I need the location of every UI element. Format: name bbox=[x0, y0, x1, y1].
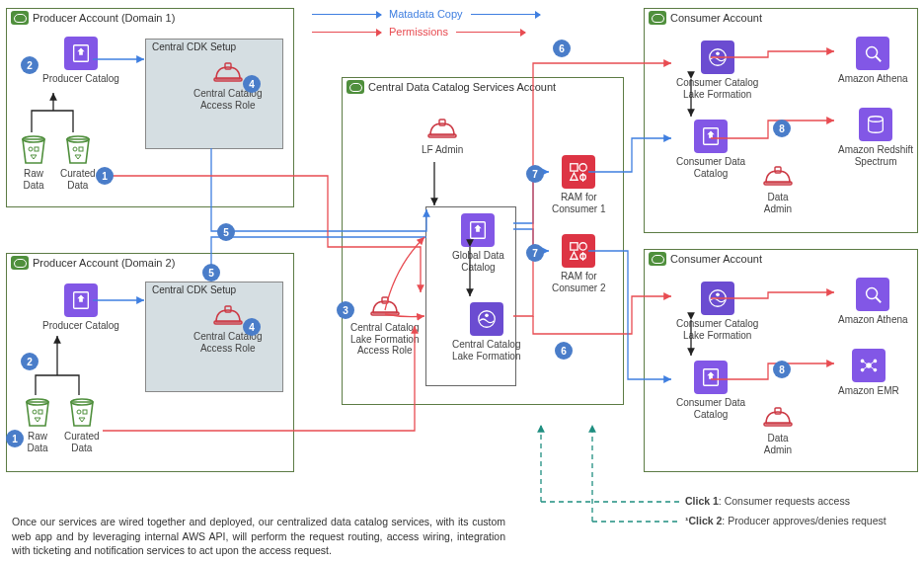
bucket-icon bbox=[65, 135, 91, 165]
bucket-icon bbox=[25, 398, 50, 428]
step-3-badge: 3 bbox=[337, 301, 354, 319]
step-4-badge: 4 bbox=[243, 75, 261, 93]
svg-line-39 bbox=[876, 56, 882, 62]
box-title: Central CDK Setup bbox=[152, 284, 236, 295]
svg-point-13 bbox=[33, 410, 37, 414]
step-7-badge: 7 bbox=[526, 244, 544, 262]
step-1-badge: 1 bbox=[96, 167, 114, 185]
svg-rect-14 bbox=[38, 410, 42, 414]
svg-rect-5 bbox=[35, 147, 38, 151]
central-lake-formation: Central Catalog Lake Formation bbox=[452, 302, 520, 362]
catalog-group-box: Global Data Catalog Central Catalog Lake… bbox=[425, 206, 516, 386]
icon-label: Amazon Athena bbox=[838, 73, 908, 85]
svg-rect-2 bbox=[225, 63, 231, 69]
svg-point-16 bbox=[77, 410, 81, 414]
emr-icon bbox=[852, 349, 886, 382]
lake-icon bbox=[470, 302, 503, 336]
box-title: Central CDK Setup bbox=[152, 41, 236, 52]
icon-label: LF Admin bbox=[422, 144, 463, 156]
svg-point-24 bbox=[485, 314, 489, 318]
svg-rect-29 bbox=[571, 243, 578, 250]
icon-label: Raw Data bbox=[23, 168, 43, 191]
aws-cloud-icon bbox=[11, 11, 29, 25]
step-4-badge: 4 bbox=[243, 318, 261, 336]
svg-point-7 bbox=[73, 147, 77, 151]
icon-label: Producer Catalog bbox=[42, 73, 119, 85]
step-8-badge: 8 bbox=[773, 361, 791, 378]
container-title: Consumer Account bbox=[670, 253, 762, 265]
step-6-badge: 6 bbox=[553, 40, 571, 57]
icon-label: Data Admin bbox=[764, 192, 792, 214]
helmet-icon bbox=[370, 295, 400, 319]
icon-label: RAM for Consumer 2 bbox=[552, 271, 605, 293]
ram-icon bbox=[562, 234, 595, 268]
icon-label: Amazon Athena bbox=[838, 314, 908, 326]
helmet-icon bbox=[213, 61, 243, 85]
bucket-icon bbox=[21, 135, 46, 165]
curated-data-bucket: Curated Data bbox=[60, 135, 96, 191]
legend-label: Permissions bbox=[389, 26, 448, 38]
svg-point-34 bbox=[716, 52, 720, 56]
catalog-icon bbox=[694, 120, 728, 153]
svg-rect-19 bbox=[439, 120, 445, 125]
icon-label: Data Admin bbox=[764, 433, 792, 455]
athena: Amazon Athena bbox=[838, 278, 908, 326]
lake-icon bbox=[701, 40, 734, 74]
helmet-icon bbox=[427, 118, 457, 141]
redshift-icon bbox=[859, 108, 892, 141]
icon-label: RAM for Consumer 1 bbox=[552, 192, 605, 214]
catalog-icon bbox=[64, 283, 98, 317]
step-8-badge: 8 bbox=[773, 120, 791, 137]
aws-cloud-icon bbox=[649, 252, 666, 266]
catalog-icon bbox=[64, 37, 98, 70]
raw-data-bucket: Raw Data bbox=[25, 398, 50, 453]
data-admin: Data Admin bbox=[763, 165, 793, 214]
icon-label: Central Catalog Lake Formation Access Ro… bbox=[350, 322, 419, 357]
icon-label: Amazon EMR bbox=[838, 385, 899, 397]
redshift-spectrum: Amazon Redshift Spectrum bbox=[838, 108, 913, 167]
catalog-icon bbox=[694, 361, 728, 394]
producer-2-container: Producer Account (Domain 2) Producer Cat… bbox=[6, 253, 294, 472]
consumer-lake: Consumer Catalog Lake Formation bbox=[676, 282, 758, 341]
catalog-icon bbox=[461, 213, 495, 247]
step-2-badge: 2 bbox=[21, 56, 38, 74]
container-title: Producer Account (Domain 2) bbox=[33, 257, 175, 269]
lake-icon bbox=[701, 282, 734, 315]
svg-point-42 bbox=[716, 293, 720, 297]
svg-rect-17 bbox=[83, 410, 87, 414]
athena-icon bbox=[856, 278, 889, 311]
icon-label: Consumer Data Catalog bbox=[676, 156, 745, 179]
cdk-setup-box: Central CDK Setup Central Catalog Access… bbox=[145, 39, 283, 149]
helmet-icon bbox=[763, 165, 793, 189]
consumer-2-container: Consumer Account Consumer Catalog Lake F… bbox=[644, 249, 918, 472]
legend-metadata: Matadata Copy bbox=[312, 8, 540, 20]
ram-icon bbox=[562, 155, 595, 189]
svg-point-40 bbox=[869, 117, 884, 122]
icon-label: Consumer Catalog Lake Formation bbox=[676, 318, 758, 341]
ram-consumer-2: RAM for Consumer 2 bbox=[552, 234, 605, 293]
step-1-badge: 1 bbox=[6, 430, 24, 447]
consumer-1-container: Consumer Account Consumer Catalog Lake F… bbox=[644, 8, 918, 233]
emr: Amazon EMR bbox=[838, 349, 899, 397]
consumer-catalog: Consumer Data Catalog bbox=[676, 120, 745, 179]
step-5-badge: 5 bbox=[217, 223, 235, 241]
svg-line-47 bbox=[876, 297, 882, 303]
step-6-badge: 6 bbox=[555, 342, 573, 360]
athena-icon bbox=[856, 37, 889, 70]
icon-label: Amazon Redshift Spectrum bbox=[838, 144, 913, 167]
footer-description: Once our services are wired together and… bbox=[12, 515, 505, 557]
legend-label: Matadata Copy bbox=[389, 8, 463, 20]
global-data-catalog: Global Data Catalog bbox=[452, 213, 504, 273]
ram-consumer-1: RAM for Consumer 1 bbox=[552, 155, 605, 214]
icon-label: Curated Data bbox=[64, 431, 100, 453]
aws-cloud-icon bbox=[649, 11, 666, 25]
click-2-label: ¹Click 2: Producer approves/denies reque… bbox=[685, 515, 886, 526]
bucket-icon bbox=[69, 398, 95, 428]
svg-point-30 bbox=[579, 243, 586, 250]
central-container: Central Data Catalog Services Account LF… bbox=[342, 77, 624, 405]
central-access-role: Central Catalog Lake Formation Access Ro… bbox=[350, 295, 419, 357]
container-title: Producer Account (Domain 1) bbox=[33, 12, 175, 24]
raw-data-bucket: Raw Data bbox=[21, 135, 46, 191]
curated-data-bucket: Curated Data bbox=[64, 398, 100, 453]
cdk-setup-box: Central CDK Setup Central Catalog Access… bbox=[145, 282, 283, 392]
